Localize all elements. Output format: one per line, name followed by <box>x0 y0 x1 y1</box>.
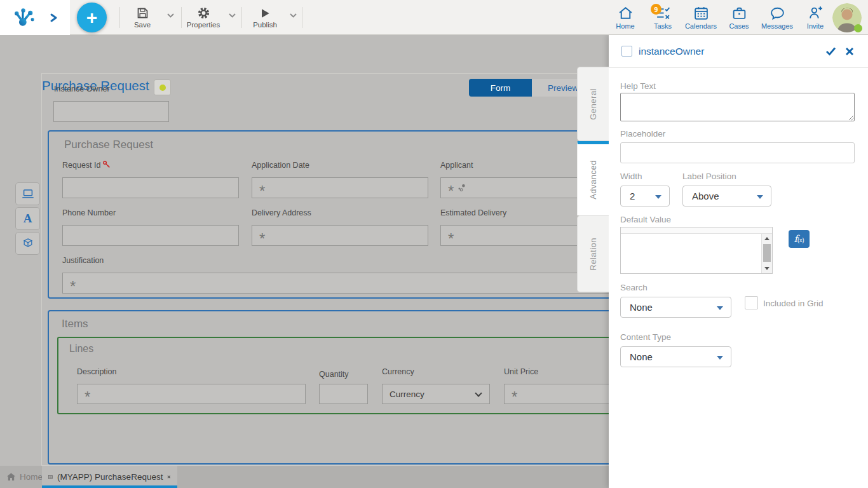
default-value-editor[interactable] <box>620 227 773 274</box>
panel-tab-advanced[interactable]: Advanced <box>577 141 609 215</box>
estimated-delivery-label: Estimated Delivery <box>440 208 506 217</box>
delivery-address-field[interactable]: * <box>252 225 428 246</box>
nav-invite[interactable]: Invite <box>796 5 834 30</box>
applicant-label: Applicant <box>440 161 473 170</box>
invite-person-icon <box>808 5 824 21</box>
width-label: Width <box>620 172 642 181</box>
scrollbar-thumb[interactable] <box>763 244 771 262</box>
confirm-icon[interactable] <box>825 46 836 56</box>
publish-button[interactable]: Publish <box>248 0 282 35</box>
placeholder-input[interactable] <box>620 142 855 163</box>
expand-menu-icon[interactable] <box>48 13 58 23</box>
justification-label: Justification <box>62 256 104 265</box>
items-fieldset-title: Items <box>62 318 88 330</box>
properties-button[interactable]: Properties <box>185 0 222 35</box>
bottom-home-tab[interactable]: Home <box>6 466 43 488</box>
letter-a-icon: A <box>24 212 32 226</box>
panel-header: instanceOwner <box>609 35 868 68</box>
instance-owner-field[interactable] <box>53 101 169 122</box>
label-position-select[interactable]: Above <box>682 186 771 207</box>
currency-label: Currency <box>382 367 414 376</box>
quantity-field[interactable] <box>319 384 368 404</box>
formula-fx-button[interactable]: f(x) <box>789 230 810 248</box>
bottom-tab-purchaserequest[interactable]: (MYAPP) PurchaseRequest <box>42 466 177 488</box>
flokzu-logo[interactable] <box>13 6 37 30</box>
cube-icon <box>22 237 34 250</box>
request-id-field[interactable] <box>62 177 239 198</box>
device-preview-button[interactable] <box>15 182 40 205</box>
field-name-title: instanceOwner <box>639 46 825 57</box>
included-in-grid-checkbox[interactable] <box>745 296 758 309</box>
search-select[interactable]: None <box>620 297 731 318</box>
label-position-label: Label Position <box>682 172 736 181</box>
panel-tab-general[interactable]: General <box>577 67 609 141</box>
add-button[interactable]: + <box>77 3 107 32</box>
caret-down-icon <box>655 195 661 199</box>
phone-number-field[interactable] <box>62 225 239 246</box>
calendar-icon <box>693 5 709 21</box>
play-icon <box>259 7 271 20</box>
save-button[interactable]: Save <box>126 0 159 35</box>
online-status-dot <box>854 24 862 32</box>
help-text-input[interactable] <box>620 93 855 121</box>
active-tab-indicator <box>42 485 177 488</box>
text-tool-button[interactable]: A <box>15 207 40 230</box>
quantity-label: Quantity <box>319 370 349 379</box>
help-text-label: Help Text <box>620 81 656 91</box>
width-select[interactable]: 2 <box>620 186 670 207</box>
laptop-icon <box>21 187 35 201</box>
caret-down-icon <box>757 195 763 199</box>
home-icon <box>6 472 16 482</box>
toolbar-divider <box>241 7 242 28</box>
nav-calendars[interactable]: Calendars <box>682 5 720 30</box>
save-icon <box>136 6 149 20</box>
field-select-checkbox[interactable] <box>621 46 632 57</box>
fx-icon-sub: (x) <box>797 237 804 243</box>
toolbar-divider <box>181 7 182 28</box>
lines-fieldset-title: Lines <box>69 343 93 355</box>
application-date-field[interactable]: * <box>252 177 428 198</box>
builder-toolbox: A <box>15 182 40 255</box>
unit-price-label: Unit Price <box>504 367 538 376</box>
nav-home[interactable]: Home <box>606 5 644 30</box>
form-list-icon <box>48 473 53 482</box>
scroll-down-icon[interactable] <box>764 267 770 270</box>
phone-number-label: Phone Number <box>62 208 116 217</box>
panel-tab-relation[interactable]: Relation <box>577 215 609 292</box>
close-panel-icon[interactable] <box>845 47 854 56</box>
content-type-label: Content Type <box>620 332 671 342</box>
nav-cases[interactable]: Cases <box>720 5 758 30</box>
publish-dropdown-chevron-icon[interactable] <box>289 13 297 18</box>
nav-messages[interactable]: Messages <box>758 5 796 30</box>
save-dropdown-chevron-icon[interactable] <box>166 13 175 18</box>
currency-select[interactable]: Currency <box>382 384 490 404</box>
description-field[interactable]: * <box>77 384 306 404</box>
toolbar-divider <box>119 7 120 28</box>
gear-icon <box>197 6 210 20</box>
caret-down-icon <box>717 306 723 310</box>
close-tab-icon[interactable] <box>167 473 171 480</box>
caret-down-icon <box>717 356 723 360</box>
editor-toolbar-strip <box>621 227 772 234</box>
properties-dropdown-chevron-icon[interactable] <box>228 13 236 18</box>
application-date-label: Application Date <box>252 161 309 170</box>
purchase-request-fieldset-title: Purchase Request <box>64 139 153 151</box>
content-type-select[interactable]: None <box>620 346 731 367</box>
editor-scrollbar[interactable] <box>761 234 772 273</box>
tasks-count-badge: 9 <box>651 4 661 15</box>
resize-handle-icon[interactable] <box>848 114 854 121</box>
instance-owner-label: Instance Owner <box>54 85 110 93</box>
linked-field-icon <box>458 183 467 193</box>
object-tool-button[interactable] <box>15 232 40 255</box>
home-icon <box>618 5 634 21</box>
key-icon <box>102 160 111 168</box>
placeholder-label: Placeholder <box>620 129 665 139</box>
request-id-label: Request Id <box>62 161 111 170</box>
delivery-address-label: Delivery Address <box>252 208 311 217</box>
scroll-up-icon[interactable] <box>764 237 770 240</box>
speech-bubble-icon <box>770 5 785 21</box>
nav-tasks[interactable]: 9 Tasks <box>644 5 682 30</box>
default-value-label: Default Value <box>620 215 671 224</box>
included-in-grid-label: Included in Grid <box>763 299 824 308</box>
description-label: Description <box>77 367 117 376</box>
